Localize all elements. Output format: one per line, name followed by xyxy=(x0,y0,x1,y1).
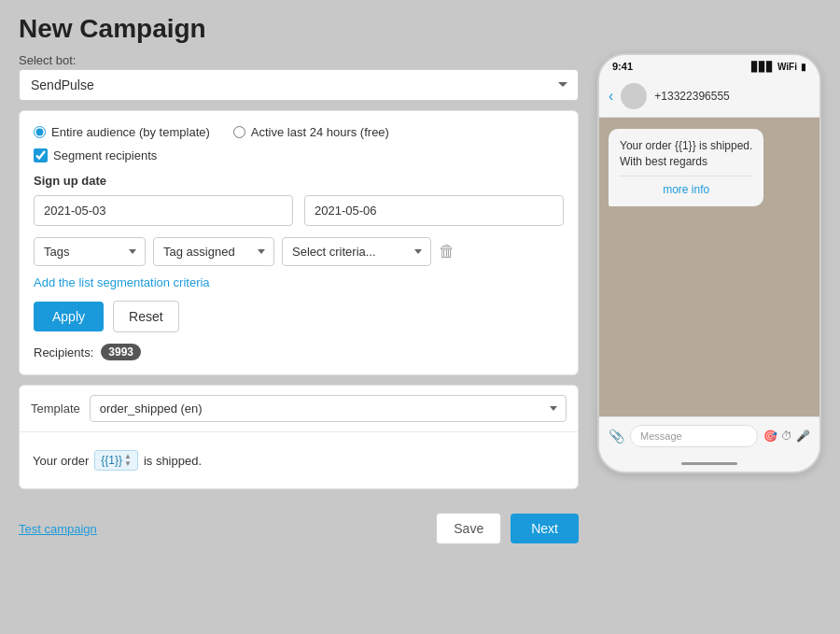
back-arrow-icon[interactable]: ‹ xyxy=(609,88,613,105)
segment-recipients-checkbox[interactable]: Segment recipients xyxy=(34,148,564,162)
add-criteria-link[interactable]: Add the list segmentation criteria xyxy=(34,275,210,289)
signup-date-label: Sign up date xyxy=(34,174,564,188)
message-after: is shipped. xyxy=(144,454,202,468)
more-info-link[interactable]: more info xyxy=(620,176,752,198)
template-label: Template xyxy=(31,402,80,416)
contact-number: +13322396555 xyxy=(654,90,729,103)
template-select[interactable]: order_shipped (en) xyxy=(90,395,567,422)
sticker-icon[interactable]: 🎯 xyxy=(763,430,777,443)
active-24h-label: Active last 24 hours (free) xyxy=(251,125,389,139)
entire-audience-label: Entire audience (by template) xyxy=(51,125,210,139)
clock-icon[interactable]: ⏱ xyxy=(781,430,792,443)
chat-body: Your order {{1}} is shipped. With best r… xyxy=(599,118,819,416)
test-campaign-link[interactable]: Test campaign xyxy=(19,522,97,536)
attachment-icon[interactable]: 📎 xyxy=(609,429,624,444)
message-before: Your order xyxy=(33,454,89,468)
chat-bubble: Your order {{1}} is shipped. With best r… xyxy=(609,129,763,206)
phone-home-bar xyxy=(599,455,819,472)
chat-message-line1: Your order {{1}} is shipped. xyxy=(620,138,752,154)
entire-audience-option[interactable]: Entire audience (by template) xyxy=(34,125,210,139)
chat-header: ‹ +13322396555 xyxy=(599,76,819,118)
phone-preview: 9:41 ▊▊▊ WiFi ▮ ‹ +13322396555 Your orde… xyxy=(597,53,821,473)
signal-icon: ▊▊▊ xyxy=(751,62,774,72)
status-icons: ▊▊▊ WiFi ▮ xyxy=(751,62,806,72)
var-down-arrow[interactable]: ▼ xyxy=(124,460,132,468)
select-bot-label: Select bot: xyxy=(19,53,579,67)
chat-action-icons: 🎯 ⏱ 🎤 xyxy=(763,430,810,443)
save-button[interactable]: Save xyxy=(436,513,501,544)
recipients-count-badge: 3993 xyxy=(101,344,141,360)
contact-avatar xyxy=(621,83,647,109)
date-from-input[interactable] xyxy=(34,195,293,226)
battery-icon: ▮ xyxy=(801,62,806,72)
filter-tags-select[interactable]: Tags xyxy=(34,237,146,266)
message-placeholder: Message xyxy=(640,430,682,442)
mic-icon[interactable]: 🎤 xyxy=(796,430,810,443)
chat-input-bar: 📎 Message 🎯 ⏱ 🎤 xyxy=(599,416,819,455)
date-to-input[interactable] xyxy=(304,195,564,226)
bot-selector[interactable]: SendPulse xyxy=(19,69,579,101)
next-button[interactable]: Next xyxy=(511,514,579,543)
delete-filter-icon[interactable]: 🗑 xyxy=(439,242,455,261)
template-content: Your order {{1}} ▲ ▼ is shipped. xyxy=(20,432,578,488)
phone-status-bar: 9:41 ▊▊▊ WiFi ▮ xyxy=(599,55,819,76)
active-24h-option[interactable]: Active last 24 hours (free) xyxy=(233,125,389,139)
page-title: New Campaign xyxy=(19,14,821,44)
filter-assigned-select[interactable]: Tag assigned xyxy=(153,237,274,266)
recipients-label: Recipients: xyxy=(34,345,93,359)
filter-criteria-select[interactable]: Select criteria... xyxy=(282,237,431,266)
wifi-icon: WiFi xyxy=(777,62,797,72)
home-indicator xyxy=(681,462,737,465)
chat-input-field[interactable]: Message xyxy=(630,425,758,447)
chat-message-line2: With best regards xyxy=(620,154,752,170)
apply-button[interactable]: Apply xyxy=(34,302,104,331)
segment-recipients-label: Segment recipients xyxy=(53,148,157,162)
template-variable[interactable]: {{1}} ▲ ▼ xyxy=(94,450,138,471)
reset-button[interactable]: Reset xyxy=(113,301,179,332)
phone-time: 9:41 xyxy=(612,61,633,72)
